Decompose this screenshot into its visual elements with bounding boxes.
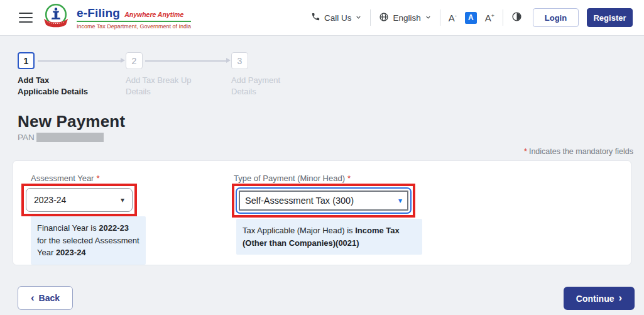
header: e-Filing Anywhere Anytime Income Tax Dep… xyxy=(0,0,644,36)
header-left: e-Filing Anywhere Anytime Income Tax Dep… xyxy=(19,2,191,33)
assessment-year-value: 2023-24 xyxy=(34,195,66,205)
step-2-label: Add Tax Break Up Details xyxy=(126,75,200,97)
type-of-payment-label: Type of Payment (Minor Head)* xyxy=(234,174,351,183)
type-of-payment-info: Tax Applicable (Major Head) is Income Ta… xyxy=(236,219,422,255)
globe-icon xyxy=(379,12,389,24)
caret-down-icon: ▾ xyxy=(398,196,402,205)
font-default-button[interactable]: A xyxy=(465,12,477,24)
brand-subtitle: Income Tax Department, Government of Ind… xyxy=(77,23,191,30)
contrast-toggle[interactable] xyxy=(511,11,522,24)
type-of-payment-value: Self-Assessment Tax (300) xyxy=(245,196,354,206)
step-3-label: Add Payment Details xyxy=(231,75,305,97)
font-size-controls: A- A A+ xyxy=(449,12,494,24)
step-2-number: 2 xyxy=(126,52,143,69)
step-connector xyxy=(145,60,227,62)
pan-value-redacted xyxy=(36,133,104,142)
header-right: Call Us English A- A xyxy=(311,8,633,27)
logo-text: e-Filing Anywhere Anytime Income Tax Dep… xyxy=(77,6,191,30)
chevron-down-icon xyxy=(355,13,362,23)
pan-row: PAN xyxy=(18,133,104,142)
language-label: English xyxy=(393,13,420,23)
font-increase-button[interactable]: A+ xyxy=(485,13,494,23)
chevron-right-icon: › xyxy=(618,292,622,303)
step-1-label: Add Tax Applicable Details xyxy=(18,75,92,97)
language-menu[interactable]: English xyxy=(379,12,431,24)
divider xyxy=(440,9,440,26)
stepper: 1 Add Tax Applicable Details 2 Add Tax B… xyxy=(18,52,357,96)
menu-icon[interactable] xyxy=(19,13,33,23)
call-us-menu[interactable]: Call Us xyxy=(311,12,363,23)
mandatory-fields-note: *Indicates the mandatory fields xyxy=(524,147,633,156)
step-connector xyxy=(38,60,121,62)
divider xyxy=(503,9,503,26)
step-1-number: 1 xyxy=(18,52,35,69)
asterisk: * xyxy=(524,147,527,156)
step-1-add-tax-applicable-details: 1 Add Tax Applicable Details xyxy=(18,52,92,97)
connector-arrow-icon xyxy=(226,58,231,63)
chevron-down-icon xyxy=(425,13,432,23)
register-button[interactable]: Register xyxy=(587,8,633,27)
annotation-highlight-type-of-payment: Self-Assessment Tax (300) ▾ xyxy=(232,184,415,218)
required-asterisk: * xyxy=(347,174,351,183)
login-button[interactable]: Login xyxy=(533,8,579,27)
focus-ring: Self-Assessment Tax (300) ▾ xyxy=(236,187,412,214)
call-us-label: Call Us xyxy=(324,13,352,23)
new-payment-page: e-Filing Anywhere Anytime Income Tax Dep… xyxy=(0,0,644,315)
payment-details-card: Assessment Year* 2023-24 ▾ Financial Yea… xyxy=(13,160,631,265)
continue-button[interactable]: Continue › xyxy=(564,287,635,310)
back-button[interactable]: ‹ Back xyxy=(18,286,73,310)
brand-tagline: Anywhere Anytime xyxy=(124,11,183,18)
efiling-logo[interactable]: e-Filing Anywhere Anytime Income Tax Dep… xyxy=(41,2,191,33)
pan-label: PAN xyxy=(18,133,35,142)
annotation-highlight-assessment-year: 2023-24 ▾ xyxy=(21,184,137,216)
assessment-year-info: Financial Year is 2022-23 for the select… xyxy=(31,216,146,265)
required-asterisk: * xyxy=(96,174,99,183)
type-of-payment-select[interactable]: Self-Assessment Tax (300) ▾ xyxy=(239,191,408,211)
assessment-year-select[interactable]: 2023-24 ▾ xyxy=(26,188,133,212)
phone-icon xyxy=(311,12,320,23)
assessment-year-label: Assessment Year* xyxy=(31,174,100,183)
caret-down-icon: ▾ xyxy=(121,196,124,204)
step-3-number: 3 xyxy=(231,52,248,69)
connector-arrow-icon xyxy=(121,58,125,63)
step-3-add-payment-details: 3 Add Payment Details xyxy=(231,52,305,97)
font-decrease-button[interactable]: A- xyxy=(449,13,457,23)
income-tax-emblem-icon xyxy=(41,2,70,33)
step-2-add-tax-break-up-details: 2 Add Tax Break Up Details xyxy=(126,52,200,97)
divider xyxy=(370,9,371,26)
brand-name: e-Filing xyxy=(77,6,120,20)
page-title: New Payment xyxy=(18,112,125,131)
chevron-left-icon: ‹ xyxy=(31,292,35,303)
contrast-icon xyxy=(511,11,522,24)
